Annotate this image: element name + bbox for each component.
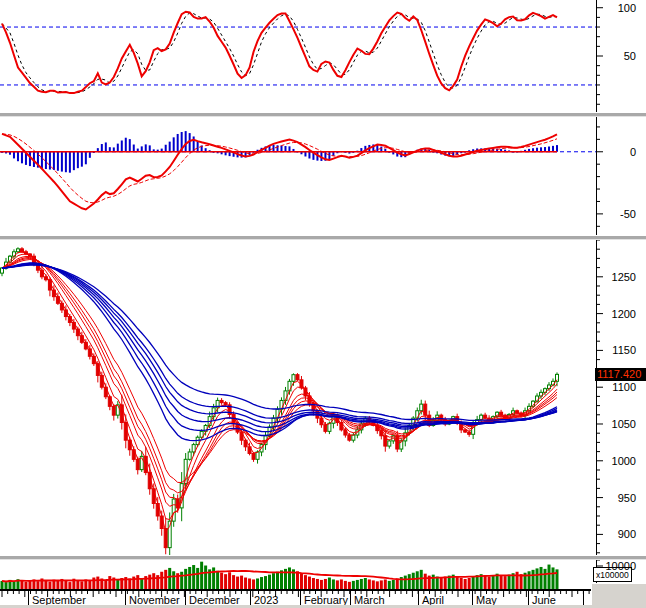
stoch-d-line [2, 13, 557, 93]
x-minor-ticks [2, 590, 589, 597]
y-tick-label: 1200 [612, 308, 636, 320]
y-tick-label: 10000 [605, 560, 636, 572]
y-axis: 0-50 [596, 117, 636, 235]
panel-splitter-2[interactable] [0, 235, 646, 240]
y-tick-label: 100 [618, 2, 636, 14]
y-axis: 125012001150110010501000950900 [596, 240, 636, 555]
chart-window: 100500-50125012001150110010501000950900x… [0, 0, 646, 608]
panel-macd[interactable]: 0-50 [0, 117, 646, 235]
macd-signal-line [2, 134, 557, 203]
y-tick-label: 50 [624, 50, 636, 62]
y-tick-label: 0 [630, 146, 636, 158]
guppy-short-emas [2, 252, 557, 532]
last-price-tag: 1117.420 [595, 368, 646, 381]
y-tick-label: 1250 [612, 271, 636, 283]
panel-price[interactable]: 125012001150110010501000950900 [0, 240, 646, 555]
y-tick-label: 1000 [612, 455, 636, 467]
panel-stoch[interactable]: 10050 [0, 0, 646, 112]
panel-splitter-1[interactable] [0, 112, 646, 117]
y-axis: 10050 [596, 0, 636, 112]
stoch-k-line [2, 12, 557, 93]
y-tick-label: 900 [618, 528, 636, 540]
panel-volume[interactable]: x10000010000 [0, 560, 646, 590]
y-tick-label: 1100 [612, 381, 636, 393]
y-tick-label: 1150 [612, 344, 636, 356]
y-tick-label: 1050 [612, 418, 636, 430]
y-tick-label: 950 [618, 492, 636, 504]
month-labels: SeptemberNovemberDecember2023FebruaryMar… [29, 590, 584, 606]
panel-splitter-3[interactable] [0, 555, 646, 560]
macd-line [2, 134, 557, 210]
y-tick-label: -50 [620, 208, 636, 220]
candlesticks [1, 247, 559, 555]
